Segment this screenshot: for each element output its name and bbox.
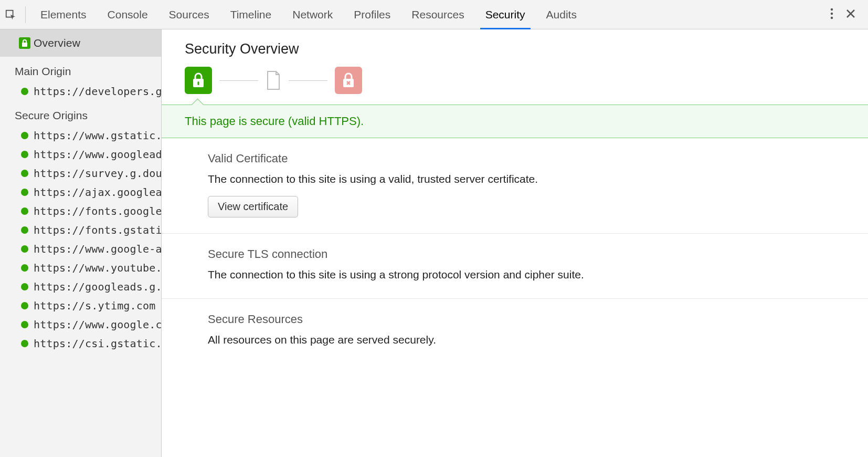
svg-point-2: [831, 13, 833, 15]
security-banner: This page is secure (valid HTTPS).: [162, 105, 868, 138]
close-devtools-button[interactable]: [846, 9, 855, 20]
origin-url: https://www.youtube.com: [34, 262, 162, 274]
security-sidebar: Overview Main Origin https://developers.…: [0, 29, 162, 457]
view-certificate-button[interactable]: View certificate: [208, 196, 298, 217]
lock-insecure-icon: [342, 72, 355, 88]
tab-profiles[interactable]: Profiles: [343, 0, 401, 29]
security-state-row: [162, 67, 868, 105]
svg-rect-6: [198, 81, 199, 85]
detail-title: Secure TLS connection: [208, 247, 845, 261]
origin-url: https://developers.google.com: [34, 85, 162, 98]
status-dot-icon: [21, 170, 28, 177]
detail-tls: Secure TLS connection The connection to …: [162, 234, 868, 299]
detail-title: Valid Certificate: [208, 152, 845, 165]
lock-secure-icon: [192, 72, 205, 88]
sidebar-secure-origin[interactable]: https://www.google-analytics.com: [0, 240, 161, 258]
inspect-icon: [5, 9, 16, 20]
origin-url: https://www.googleadservices.com: [34, 148, 162, 161]
detail-resources: Secure Resources All resources on this p…: [162, 299, 868, 364]
svg-point-3: [831, 17, 833, 19]
tab-elements[interactable]: Elements: [30, 0, 97, 29]
svg-point-1: [831, 8, 833, 11]
sidebar-secure-origin[interactable]: https://s.ytimg.com: [0, 296, 161, 315]
close-icon: [846, 9, 855, 18]
tabbar-separator: [25, 6, 26, 23]
page-title: Security Overview: [162, 29, 868, 67]
page-icon: [266, 70, 281, 90]
tab-resources[interactable]: Resources: [401, 0, 474, 29]
tab-console[interactable]: Console: [97, 0, 158, 29]
inspect-element-button[interactable]: [0, 0, 21, 29]
origin-url: https://fonts.googleapis.com: [34, 205, 162, 217]
sidebar-main-origin-heading: Main Origin: [0, 57, 161, 82]
origin-url: https://ajax.googleapis.com: [34, 186, 162, 199]
status-dot-icon: [21, 283, 28, 290]
workspace: Overview Main Origin https://developers.…: [0, 29, 868, 457]
status-dot-icon: [21, 245, 28, 253]
sidebar-secure-origin[interactable]: https://www.gstatic.com: [0, 126, 161, 145]
sidebar-secure-origin[interactable]: https://googleads.g.doubleclick.net: [0, 277, 161, 296]
origin-url: https://csi.gstatic.com: [34, 337, 162, 350]
status-dot-icon: [21, 132, 28, 139]
status-dot-icon: [21, 88, 28, 95]
security-main-panel: Security Overview: [162, 29, 868, 457]
state-secure-card[interactable]: [185, 67, 212, 94]
sidebar-overview-label: Overview: [34, 37, 80, 49]
sidebar-secure-origin[interactable]: https://survey.g.doubleclick.net: [0, 164, 161, 183]
devtools-tabbar: ElementsConsoleSourcesTimelineNetworkPro…: [0, 0, 868, 29]
status-dot-icon: [21, 151, 28, 158]
detail-desc: The connection to this site is using a s…: [208, 266, 845, 283]
status-dot-icon: [21, 340, 28, 347]
status-dot-icon: [21, 189, 28, 196]
state-connector-line: [289, 80, 327, 81]
secure-origins-list: https://www.gstatic.comhttps://www.googl…: [0, 126, 161, 353]
sidebar-secure-origins-heading: Secure Origins: [0, 101, 161, 126]
tab-audits[interactable]: Audits: [536, 0, 587, 29]
more-menu-button[interactable]: [830, 8, 833, 21]
tab-security[interactable]: Security: [475, 0, 536, 29]
state-connector-line: [219, 80, 258, 81]
origin-url: https://fonts.gstatic.com: [34, 224, 162, 236]
status-dot-icon: [21, 321, 28, 328]
detail-certificate: Valid Certificate The connection to this…: [162, 138, 868, 234]
sidebar-secure-origin[interactable]: https://www.google.com: [0, 315, 161, 334]
tab-network[interactable]: Network: [282, 0, 343, 29]
state-insecure-card[interactable]: [335, 67, 362, 94]
kebab-icon: [830, 8, 833, 19]
sidebar-secure-origin[interactable]: https://www.googleadservices.com: [0, 145, 161, 164]
sidebar-secure-origin[interactable]: https://www.youtube.com: [0, 258, 161, 277]
tab-timeline[interactable]: Timeline: [220, 0, 282, 29]
detail-desc: The connection to this site is using a v…: [208, 171, 845, 188]
detail-title: Secure Resources: [208, 313, 845, 326]
status-dot-icon: [21, 302, 28, 309]
status-dot-icon: [21, 207, 28, 215]
origin-url: https://www.gstatic.com: [34, 129, 162, 142]
tab-list: ElementsConsoleSourcesTimelineNetworkPro…: [30, 0, 818, 29]
sidebar-secure-origin[interactable]: https://csi.gstatic.com: [0, 334, 161, 353]
sidebar-secure-origin[interactable]: https://fonts.gstatic.com: [0, 221, 161, 240]
origin-url: https://www.google.com: [34, 318, 162, 331]
tab-sources[interactable]: Sources: [158, 0, 220, 29]
tabbar-right-controls: [818, 8, 868, 21]
sidebar-secure-origin[interactable]: https://ajax.googleapis.com: [0, 183, 161, 202]
sidebar-secure-origin[interactable]: https://fonts.googleapis.com: [0, 202, 161, 221]
status-dot-icon: [21, 264, 28, 272]
sidebar-main-origin[interactable]: https://developers.google.com: [0, 82, 161, 101]
detail-desc: All resources on this page are served se…: [208, 331, 845, 348]
origin-url: https://survey.g.doubleclick.net: [34, 167, 162, 180]
origin-url: https://www.google-analytics.com: [34, 243, 162, 255]
status-dot-icon: [21, 226, 28, 234]
origin-url: https://s.ytimg.com: [34, 299, 156, 312]
origin-url: https://googleads.g.doubleclick.net: [34, 281, 162, 293]
sidebar-overview[interactable]: Overview: [0, 29, 161, 57]
lock-badge-icon: [19, 37, 30, 49]
svg-rect-4: [22, 43, 27, 47]
